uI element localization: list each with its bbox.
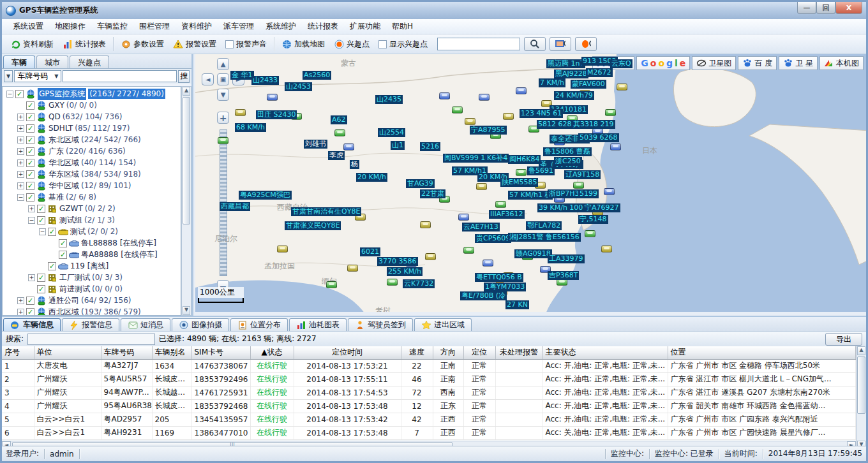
tab-报警信息[interactable]: 报警信息: [62, 318, 119, 331]
tree-checkbox-icon[interactable]: ✓: [26, 147, 34, 156]
vehicle-marker-icon[interactable]: [503, 113, 514, 120]
vehicle-label[interactable]: 陕EM5585: [500, 178, 538, 187]
vehicle-label[interactable]: 山2554: [378, 128, 405, 137]
vehicle-label[interactable]: 宁,5148: [578, 215, 608, 224]
vehicle-label[interactable]: 5039 6268: [578, 133, 619, 142]
tree-node-SDHLT[interactable]: +✓SDHLT (85/ 112/ 197): [4, 122, 181, 134]
vehicle-marker-icon[interactable]: [601, 246, 612, 253]
column-header-车辆别名[interactable]: 车辆别名: [152, 346, 191, 359]
menu-item-围栏管理[interactable]: 围栏管理: [133, 19, 176, 34]
pan-down-icon[interactable]: ▼: [217, 89, 229, 101]
tree-node-基准[interactable]: −✓基准 (2/ 6/ 8): [4, 191, 181, 203]
scrollbar-thumb[interactable]: [183, 97, 190, 224]
tab-油耗图表[interactable]: 油耗图表: [289, 318, 347, 331]
tree-node-粤A88888 [在线停车][interactable]: ✓粤A88888 [在线停车]: [4, 249, 181, 260]
vehicle-label[interactable]: M2672: [586, 68, 613, 77]
collapse-icon[interactable]: −: [28, 217, 35, 224]
vehicle-label[interactable]: 20 KM/h: [356, 173, 387, 182]
vehicle-label[interactable]: 粤A925CM强巴: [239, 191, 292, 200]
vehicle-label[interactable]: 浙C250: [554, 157, 582, 166]
vehicle-label[interactable]: 鲁15806 曹磊: [543, 147, 592, 156]
poi-search-button[interactable]: [575, 37, 597, 51]
pan-up-icon[interactable]: ▲: [217, 58, 229, 70]
tree-node-通胜公司[interactable]: +✓通胜公司 (64/ 92/ 156): [4, 295, 181, 306]
tab-进出区域[interactable]: 进出区域: [414, 318, 472, 331]
vehicle-label[interactable]: 宁A87955: [470, 126, 507, 135]
column-header-定位时间[interactable]: 定位时间: [294, 346, 401, 359]
tree-node-前进测试[interactable]: ✓前进测试 (0/ 0/ 0): [4, 283, 181, 295]
table-row[interactable]: 3广州耀沃94粤AW7P...长城越...14761725931在线行驶2014…: [2, 386, 856, 399]
toolbar-button-兴趣点[interactable]: 兴趣点: [329, 37, 374, 52]
vehicle-marker-icon[interactable]: [516, 169, 527, 176]
vehicle-marker-icon[interactable]: [573, 182, 584, 189]
vehicle-marker-icon[interactable]: [439, 92, 450, 99]
vehicle-label[interactable]: 湘J2851警 鲁E56156: [508, 233, 581, 242]
tree-checkbox-icon[interactable]: ✓: [48, 262, 56, 270]
expand-icon[interactable]: +: [17, 114, 24, 121]
vehicle-label[interactable]: 粤E/780B (冷: [460, 291, 507, 300]
vehicle-label[interactable]: 云AE7H13: [462, 223, 500, 231]
expand-icon[interactable]: +: [17, 297, 24, 304]
vehicle-label[interactable]: 22甘肃: [420, 189, 445, 198]
pan-left-icon[interactable]: ◄: [202, 73, 214, 85]
checkbox-icon[interactable]: [378, 40, 387, 48]
vehicle-label[interactable]: 57 KM/h1 杭: [508, 191, 553, 200]
column-header-定位[interactable]: 定位: [463, 346, 495, 359]
vehicle-marker-icon[interactable]: [604, 188, 615, 195]
vehicle-label[interactable]: 山2453: [285, 82, 312, 91]
tree-checkbox-icon[interactable]: ✓: [26, 182, 34, 190]
tree-node-119 [离线][interactable]: ✓119 [离线]: [4, 260, 181, 272]
tree-node-广东[interactable]: +✓广东 (220/ 416/ 636): [4, 145, 181, 157]
vehicle-marker-icon[interactable]: [610, 143, 621, 151]
vehicle-label[interactable]: 刘雄书: [304, 140, 327, 149]
tree-checkbox-icon[interactable]: ✓: [37, 205, 45, 213]
vehicle-label[interactable]: 黑AJ9228: [554, 70, 588, 78]
vehicle-label[interactable]: 黑迈腾 1n7: [546, 59, 585, 68]
search-button[interactable]: [524, 37, 546, 51]
vehicle-label[interactable]: 255 KM/h: [387, 267, 423, 276]
plate-search-input[interactable]: [63, 70, 177, 82]
vehicle-marker-icon[interactable]: [617, 84, 627, 91]
expand-icon[interactable]: +: [28, 205, 35, 212]
tree-node-GXY[interactable]: ✓GXY (0/ 0/ 0): [4, 99, 181, 111]
column-header-方向[interactable]: 方向: [433, 346, 463, 359]
tree-scrollbar[interactable]: ▲ ▼: [181, 86, 191, 316]
vehicle-label[interactable]: IIIAF3612: [489, 210, 525, 219]
vehicle-marker-icon[interactable]: [326, 281, 337, 288]
map-type-本机图[interactable]: 本机图: [819, 56, 864, 70]
vehicle-label[interactable]: 工A33979: [548, 254, 585, 263]
tree-node-华中区域[interactable]: +✓华中区域 (12/ 89/ 101): [4, 180, 181, 191]
vehicle-label[interactable]: 赣AG0918: [514, 249, 552, 258]
vehicle-label[interactable]: 金 华1: [230, 71, 254, 80]
vehicle-label[interactable]: 田庄 S2430: [256, 110, 297, 119]
vehicle-label[interactable]: A62: [331, 115, 347, 124]
vehicle-label[interactable]: 7 KM/h: [539, 78, 565, 87]
vehicle-marker-icon[interactable]: [605, 109, 616, 116]
vehicle-marker-icon[interactable]: [347, 265, 358, 272]
expand-icon[interactable]: +: [28, 274, 35, 281]
tree-node-测试[interactable]: −✓测试 (2/ 0/ 2): [4, 226, 181, 237]
vehicle-label[interactable]: 贵CP5609: [475, 234, 511, 243]
title-bar[interactable]: GPS车辆监控管理系统 — 回 X: [2, 2, 866, 19]
expand-icon[interactable]: +: [17, 171, 24, 178]
vehicle-label[interactable]: 5812 6285: [537, 120, 578, 129]
tab-兴趣点[interactable]: 兴趣点: [70, 55, 109, 68]
vehicle-label[interactable]: 山1: [391, 141, 405, 150]
column-header-未处理报警[interactable]: 未处理报警: [495, 346, 542, 359]
tree-node-工厂测试[interactable]: +✓工厂测试 (0/ 3/ 3): [4, 272, 181, 283]
vehicle-label[interactable]: 西藏昌都: [220, 202, 250, 211]
vehicle-marker-icon[interactable]: [343, 143, 354, 151]
table-row[interactable]: 5白云>>白云1粤AD295720513454135957在线行驶2014-08…: [2, 413, 856, 426]
toolbar-check-显示兴趣点[interactable]: 显示兴趣点: [374, 37, 432, 52]
column-header-SIM卡号[interactable]: SIM卡号: [191, 346, 250, 359]
column-header-序号[interactable]: 序号: [2, 346, 34, 359]
vehicle-marker-icon[interactable]: [334, 129, 345, 136]
vehicle-label[interactable]: 山2433: [251, 76, 279, 85]
menu-item-系统维护[interactable]: 系统维护: [260, 19, 302, 34]
toolbar-button-参数设置[interactable]: 参数设置: [116, 37, 168, 52]
collapse-icon[interactable]: −: [6, 91, 13, 98]
tree-search-button[interactable]: 搜: [178, 70, 190, 83]
collapse-icon[interactable]: −: [39, 228, 46, 235]
vehicle-marker-icon[interactable]: [452, 107, 463, 114]
vehicle-label[interactable]: 3770 3586: [377, 257, 418, 266]
